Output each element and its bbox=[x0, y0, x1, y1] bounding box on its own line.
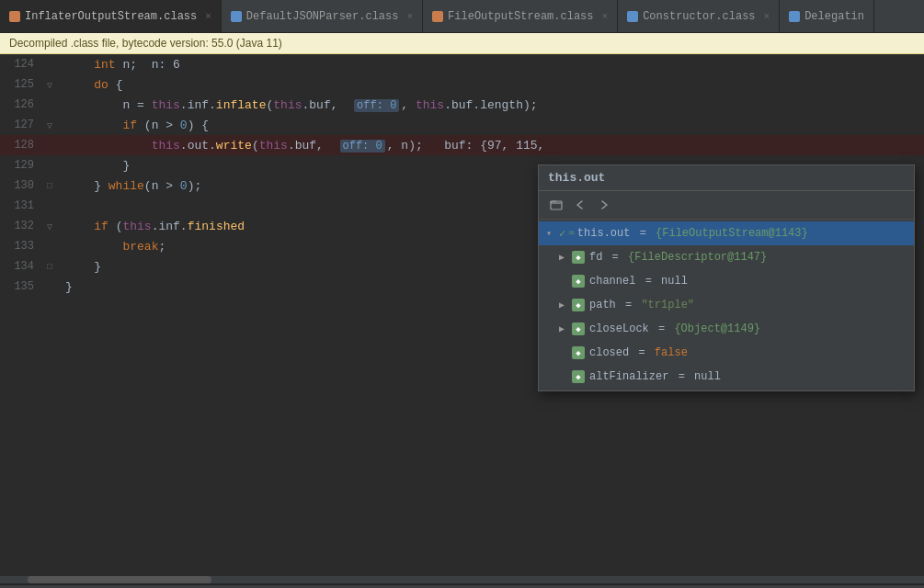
tab-icon-constructor bbox=[627, 11, 638, 22]
tab-bar: InflaterOutputStream.class × DefaultJSON… bbox=[0, 0, 924, 33]
popup-forward-btn[interactable] bbox=[594, 195, 614, 215]
tab-label-constructor: Constructor.class bbox=[643, 10, 755, 23]
expand-arrow-altfinalizer bbox=[559, 372, 572, 382]
tab-label-inflater: InflaterOutputStream.class bbox=[25, 10, 197, 23]
gutter-125: ▽ bbox=[41, 80, 62, 89]
gutter-134: □ bbox=[41, 262, 62, 271]
line-number-130: 130 bbox=[0, 179, 41, 192]
tab-delegating[interactable]: Delegatin bbox=[780, 0, 874, 32]
item-text-path: path = "tr1ple" bbox=[589, 299, 694, 311]
item-tag-fd: ◆ bbox=[572, 251, 585, 264]
tab-close-fos[interactable]: × bbox=[602, 11, 609, 22]
line-number-125: 125 bbox=[0, 78, 41, 91]
item-tag-closelock: ◆ bbox=[572, 322, 585, 335]
expand-arrow-channel bbox=[559, 277, 572, 287]
item-text-channel: channel = null bbox=[589, 275, 688, 288]
expand-arrow-closed bbox=[559, 348, 572, 358]
bottom-area: Variables bbox=[0, 583, 924, 588]
line-number-134: 134 bbox=[0, 260, 41, 273]
popup-items-list: ▾ ✓ ≈ this.out = {FileOutputStream@1143}… bbox=[539, 220, 914, 390]
main-content: 124 int n; n: 6 125 ▽ do { 126 n = this.… bbox=[0, 54, 924, 583]
item-text-this-out: this.out = {FileOutputStream@1143} bbox=[577, 227, 808, 240]
popup-back-btn[interactable] bbox=[570, 195, 590, 215]
code-line-127: 127 ▽ if (n > 0) { bbox=[0, 115, 924, 135]
popup-toolbar bbox=[539, 191, 914, 220]
fold-arrow-125[interactable]: ▽ bbox=[47, 80, 56, 89]
horizontal-scrollbar[interactable] bbox=[0, 576, 924, 583]
tab-file-output-stream[interactable]: FileOutputStream.class × bbox=[423, 0, 618, 32]
fold-arrow-130[interactable]: □ bbox=[47, 181, 56, 190]
tab-inflater-output-stream[interactable]: InflaterOutputStream.class × bbox=[0, 0, 222, 32]
double-arrow-this-out: ≈ bbox=[568, 228, 575, 239]
warning-text: Decompiled .class file, bytecode version… bbox=[9, 37, 282, 50]
line-number-131: 131 bbox=[0, 199, 41, 212]
line-number-124: 124 bbox=[0, 58, 41, 71]
gutter-127: ▽ bbox=[41, 120, 62, 130]
popup-item-channel[interactable]: ◆ channel = null bbox=[539, 269, 914, 293]
expand-arrow-fd: ▶ bbox=[559, 252, 572, 263]
warning-bar: Decompiled .class file, bytecode version… bbox=[0, 33, 924, 54]
tab-label-fos: FileOutputStream.class bbox=[448, 10, 593, 23]
tab-icon-fos bbox=[432, 11, 443, 22]
gutter-132: ▽ bbox=[41, 221, 62, 231]
tab-icon-json bbox=[231, 11, 242, 22]
item-text-fd: fd = {FileDescriptor@1147} bbox=[589, 251, 767, 264]
line-number-127: 127 bbox=[0, 119, 41, 131]
item-tag-path: ◆ bbox=[572, 299, 585, 311]
popup-item-fd[interactable]: ▶ ◆ fd = {FileDescriptor@1147} bbox=[539, 245, 914, 269]
code-line-124: 124 int n; n: 6 bbox=[0, 54, 924, 74]
item-tag-channel: ◆ bbox=[572, 275, 585, 288]
tab-icon-delegating bbox=[789, 11, 800, 22]
tab-icon-inflater bbox=[9, 11, 20, 22]
tab-constructor[interactable]: Constructor.class × bbox=[618, 0, 780, 32]
code-line-125: 125 ▽ do { bbox=[0, 74, 924, 95]
fold-arrow-132[interactable]: ▽ bbox=[47, 221, 56, 231]
item-text-closed: closed = false bbox=[589, 346, 688, 359]
code-line-128: 128 this.out.write(this.buf, off: 0, n);… bbox=[0, 135, 924, 155]
popup-title: this.out bbox=[539, 165, 914, 191]
tab-close-inflater[interactable]: × bbox=[205, 11, 211, 22]
gutter-130: □ bbox=[41, 181, 62, 190]
popup-item-altfinalizer[interactable]: ◆ altFinalizer = null bbox=[539, 365, 914, 389]
item-text-altfinalizer: altFinalizer = null bbox=[589, 370, 721, 383]
tab-label-delegating: Delegatin bbox=[804, 10, 864, 23]
line-number-128: 128 bbox=[0, 139, 41, 152]
line-content-128: this.out.write(this.buf, off: 0, n); buf… bbox=[62, 139, 924, 153]
item-tag-closed: ◆ bbox=[572, 346, 585, 359]
scroll-thumb[interactable] bbox=[28, 576, 211, 583]
line-content-125: do { bbox=[62, 78, 924, 92]
tab-default-json-parser[interactable]: DefaultJSONParser.class × bbox=[222, 0, 423, 32]
line-content-124: int n; n: 6 bbox=[62, 58, 924, 72]
code-editor[interactable]: 124 int n; n: 6 125 ▽ do { 126 n = this.… bbox=[0, 54, 924, 583]
fold-arrow-134[interactable]: □ bbox=[47, 262, 56, 271]
line-content-127: if (n > 0) { bbox=[62, 119, 924, 132]
expand-arrow-this-out: ▾ bbox=[546, 228, 559, 239]
expand-arrow-closelock: ▶ bbox=[559, 323, 572, 334]
popup-item-closed[interactable]: ◆ closed = false bbox=[539, 341, 914, 365]
code-line-126: 126 n = this.inf.inflate(this.buf, off: … bbox=[0, 95, 924, 115]
line-content-126: n = this.inf.inflate(this.buf, off: 0, t… bbox=[62, 98, 924, 112]
svg-rect-0 bbox=[551, 201, 562, 209]
debug-popup: this.out bbox=[538, 164, 915, 391]
line-number-126: 126 bbox=[0, 98, 41, 111]
line-number-135: 135 bbox=[0, 280, 41, 293]
check-this-out: ✓ bbox=[559, 227, 565, 241]
expand-arrow-path: ▶ bbox=[559, 300, 572, 311]
item-tag-altfinalizer: ◆ bbox=[572, 370, 585, 383]
tab-label-json: DefaultJSONParser.class bbox=[246, 10, 399, 23]
tab-close-constructor[interactable]: × bbox=[764, 11, 770, 22]
bottom-toolbar bbox=[0, 584, 924, 588]
popup-item-closelock[interactable]: ▶ ◆ closeLock = {Object@1149} bbox=[539, 317, 914, 341]
line-number-129: 129 bbox=[0, 159, 41, 172]
line-number-133: 133 bbox=[0, 240, 41, 253]
popup-item-path[interactable]: ▶ ◆ path = "tr1ple" bbox=[539, 293, 914, 317]
tab-close-json[interactable]: × bbox=[406, 11, 413, 22]
line-number-132: 132 bbox=[0, 220, 41, 232]
popup-item-this-out[interactable]: ▾ ✓ ≈ this.out = {FileOutputStream@1143} bbox=[539, 221, 914, 245]
item-text-closelock: closeLock = {Object@1149} bbox=[589, 322, 760, 335]
popup-folder-btn[interactable] bbox=[546, 195, 566, 215]
fold-arrow-127[interactable]: ▽ bbox=[47, 120, 56, 130]
